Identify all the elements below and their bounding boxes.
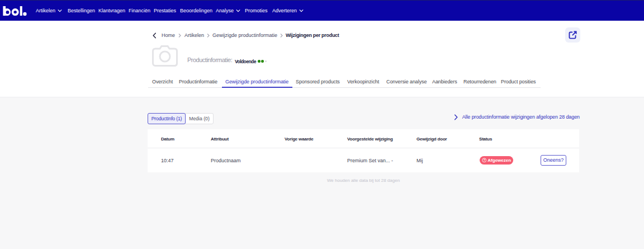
svg-text:?: ? <box>483 158 485 162</box>
